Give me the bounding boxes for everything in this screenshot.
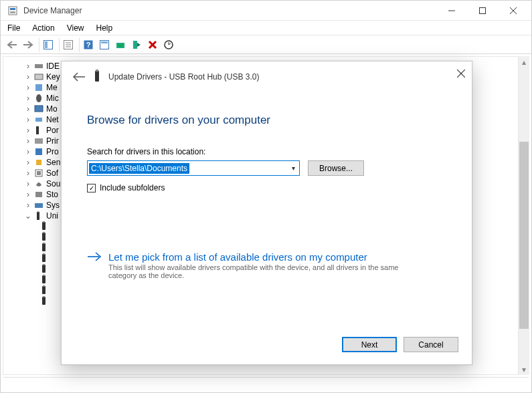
chevron-right-icon[interactable]: › xyxy=(25,158,31,167)
svg-rect-41 xyxy=(42,222,46,230)
uninstall-device-button[interactable] xyxy=(145,37,160,52)
chevron-right-icon[interactable]: › xyxy=(25,201,31,210)
menubar: File Action View Help xyxy=(1,21,531,35)
chevron-right-icon[interactable]: › xyxy=(25,190,31,199)
device-category-icon xyxy=(34,147,43,156)
scan-hardware-button[interactable] xyxy=(161,37,176,52)
include-subfolders-checkbox[interactable]: ✓ xyxy=(87,184,96,192)
svg-rect-26 xyxy=(35,74,43,80)
action-1-button[interactable] xyxy=(97,37,112,52)
properties-button[interactable] xyxy=(61,37,76,52)
svg-rect-25 xyxy=(35,64,43,68)
chevron-right-icon[interactable]: › xyxy=(25,61,31,71)
device-category-icon xyxy=(34,94,43,103)
chevron-right-icon[interactable]: › xyxy=(25,72,31,82)
svg-rect-42 xyxy=(43,221,45,223)
usb-device-icon xyxy=(41,243,48,254)
svg-rect-46 xyxy=(43,243,45,244)
svg-rect-27 xyxy=(35,84,42,91)
tree-item-label: Net xyxy=(46,115,59,124)
help-button[interactable]: ? xyxy=(81,37,96,52)
svg-rect-21 xyxy=(133,41,137,49)
svg-rect-30 xyxy=(35,118,42,122)
maximize-button[interactable] xyxy=(467,1,498,21)
tree-item-label: Mic xyxy=(46,94,59,103)
menu-action[interactable]: Action xyxy=(32,23,54,33)
svg-rect-39 xyxy=(37,212,39,220)
next-button[interactable]: Next xyxy=(342,337,397,352)
chevron-right-icon[interactable]: › xyxy=(25,83,31,92)
svg-rect-29 xyxy=(35,106,43,112)
chevron-right-icon[interactable]: › xyxy=(25,104,31,114)
device-category-icon xyxy=(34,190,43,199)
svg-rect-1 xyxy=(10,8,15,10)
pick-from-list-desc: This list will show available drivers co… xyxy=(108,263,410,279)
tree-item-label: Uni xyxy=(46,211,58,221)
scrollbar-thumb[interactable] xyxy=(519,142,529,329)
tree-item-label: Sto xyxy=(46,190,58,199)
svg-rect-36 xyxy=(37,171,41,175)
svg-rect-37 xyxy=(35,192,42,197)
tree-item-label: Key xyxy=(46,72,60,82)
chevron-right-icon[interactable]: › xyxy=(25,168,31,178)
scroll-down-icon[interactable]: ▾ xyxy=(519,364,529,375)
device-category-icon xyxy=(34,179,43,188)
device-category-icon xyxy=(34,158,43,167)
chevron-right-icon[interactable]: › xyxy=(25,147,31,156)
titlebar: Device Manager xyxy=(1,1,531,21)
usb-device-icon xyxy=(41,232,48,243)
svg-rect-20 xyxy=(118,44,123,47)
update-driver-button[interactable] xyxy=(113,37,128,52)
cancel-button[interactable]: Cancel xyxy=(404,337,458,352)
svg-rect-32 xyxy=(35,138,43,144)
svg-rect-18 xyxy=(101,41,108,43)
usb-device-icon xyxy=(41,221,48,233)
browse-button[interactable]: Browse... xyxy=(308,160,364,176)
svg-rect-60 xyxy=(95,71,99,82)
window-title: Device Manager xyxy=(23,6,82,15)
dialog-close-button[interactable] xyxy=(457,68,465,80)
device-category-icon xyxy=(34,83,43,92)
back-button[interactable] xyxy=(5,37,19,52)
chevron-down-icon[interactable]: ⌄ xyxy=(25,211,31,221)
forward-button[interactable] xyxy=(21,37,35,52)
pick-from-list-option[interactable]: Let me pick from a list of available dri… xyxy=(87,251,446,279)
svg-rect-50 xyxy=(43,264,45,265)
show-hide-tree-button[interactable] xyxy=(41,37,56,52)
svg-rect-54 xyxy=(43,285,45,287)
tree-item-label: Sou xyxy=(46,179,60,188)
chevron-right-icon[interactable]: › xyxy=(25,115,31,124)
tree-item-label: Sof xyxy=(46,168,58,178)
menu-help[interactable]: Help xyxy=(96,23,113,33)
dialog-back-button[interactable] xyxy=(72,70,86,85)
close-button[interactable] xyxy=(498,1,529,21)
path-combobox[interactable]: C:\Users\Stella\Documents ▾ xyxy=(87,160,300,176)
scroll-up-icon[interactable]: ▴ xyxy=(519,56,529,68)
usb-device-icon xyxy=(41,253,48,265)
tree-item-label: Sys xyxy=(46,201,60,210)
vertical-scrollbar[interactable]: ▴ ▾ xyxy=(518,56,529,375)
chevron-down-icon[interactable]: ▾ xyxy=(292,164,295,172)
usb-device-icon xyxy=(41,264,48,275)
toolbar: ? xyxy=(1,35,531,54)
pick-from-list-title: Let me pick from a list of available dri… xyxy=(108,251,410,263)
tree-item-label: Pro xyxy=(46,147,59,156)
chevron-right-icon[interactable]: › xyxy=(25,126,31,135)
usb-device-icon xyxy=(41,275,48,286)
tree-item-label: Sen xyxy=(46,158,60,167)
tree-item-label: IDE xyxy=(46,61,60,71)
tree-item-label: Mo xyxy=(46,104,58,114)
menu-view[interactable]: View xyxy=(67,23,84,33)
menu-file[interactable]: File xyxy=(7,23,20,33)
minimize-button[interactable] xyxy=(436,1,467,21)
enable-device-button[interactable] xyxy=(129,37,144,52)
chevron-right-icon[interactable]: › xyxy=(25,136,31,146)
chevron-right-icon[interactable]: › xyxy=(25,179,31,188)
chevron-right-icon[interactable]: › xyxy=(25,94,31,103)
dialog-title: Update Drivers - USB Root Hub (USB 3.0) xyxy=(108,72,259,82)
svg-rect-43 xyxy=(42,233,46,241)
statusbar xyxy=(3,377,529,392)
device-category-icon xyxy=(34,72,43,82)
tree-item-label: Prir xyxy=(46,136,59,146)
include-subfolders-label: Include subfolders xyxy=(100,183,165,192)
